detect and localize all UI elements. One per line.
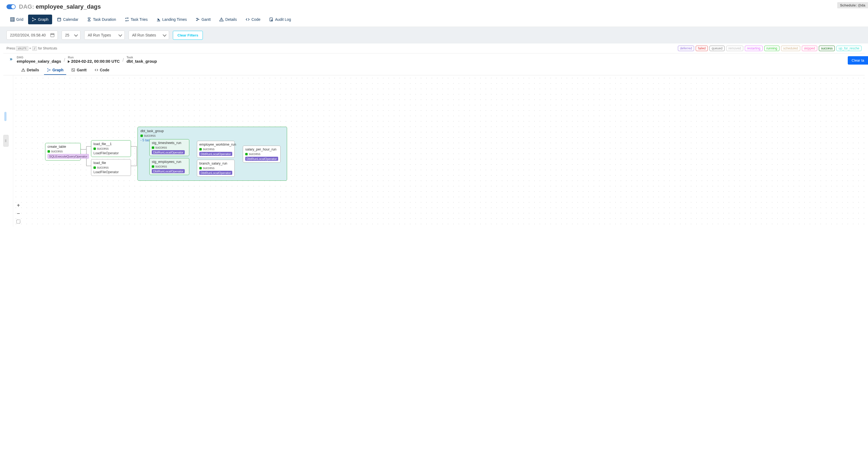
svg-line-28	[48, 70, 50, 71]
node-status: success	[152, 146, 187, 149]
detail-tab-details[interactable]: Details	[19, 66, 42, 75]
detail-tab-graph[interactable]: Graph	[44, 66, 66, 75]
dag-enabled-toggle[interactable]	[6, 4, 16, 9]
svg-rect-0	[10, 18, 14, 21]
svg-line-9	[33, 20, 35, 21]
run-date-picker[interactable]: 22/02/2024, 09.58.40	[6, 31, 58, 40]
detail-tab-code[interactable]: Code	[92, 66, 112, 75]
status-indicator	[199, 148, 202, 151]
graph-canvas[interactable]: dbt_task_group success - 5 tasks create_…	[13, 75, 865, 227]
code-icon	[94, 68, 99, 72]
node-status: success	[93, 147, 129, 151]
sidebar-collapse-tab[interactable]	[4, 112, 6, 121]
run-states-value: All Run States	[132, 33, 156, 37]
schedule-badge[interactable]: Schedule: @da	[837, 2, 868, 8]
operator-badge: DbtRunLocalOperator	[152, 150, 185, 154]
svg-rect-10	[58, 18, 61, 21]
legend-item-skipped[interactable]: skipped	[802, 45, 817, 51]
tab-audit-log[interactable]: Audit Log	[265, 14, 294, 24]
svg-rect-29	[72, 69, 75, 71]
breadcrumb-task[interactable]: Task dbt_task_group	[126, 56, 157, 63]
node-salary-per-hour[interactable]: salary_per_hour_run success DbtRunLocalO…	[243, 146, 281, 163]
tab-details[interactable]: Details	[216, 14, 241, 24]
node-load-file[interactable]: load_file success LoadFileOperator	[91, 159, 131, 176]
shortcuts-legend-row: Press shift + / for Shortcuts deferredfa…	[0, 43, 868, 53]
legend-item-removed[interactable]: removed	[726, 45, 743, 51]
bc-dag-label: DAG	[17, 56, 61, 59]
clear-task-button[interactable]: Clear ta	[848, 56, 868, 65]
run-states-select[interactable]: All Run States	[129, 31, 169, 40]
status-indicator	[93, 148, 96, 150]
zoom-controls: + −	[15, 203, 22, 224]
legend-item-restarting[interactable]: restarting	[745, 45, 763, 51]
node-title: branch_salary_run	[199, 161, 232, 165]
status-text: success	[97, 147, 108, 151]
zoom-in-button[interactable]: +	[15, 203, 22, 208]
plus-text: +	[29, 47, 31, 50]
breadcrumb-sep: /	[122, 57, 124, 63]
tab-calendar[interactable]: Calendar	[53, 14, 82, 24]
tab-graph[interactable]: Graph	[28, 14, 52, 24]
tab-label: Details	[225, 17, 237, 22]
status-indicator	[199, 167, 202, 170]
tab-task-duration[interactable]: Task Duration	[83, 14, 120, 24]
count-value: 25	[65, 33, 69, 37]
sidebar-resize-handle[interactable]	[3, 135, 9, 147]
bc-task-value: dbt_task_group	[126, 59, 157, 63]
legend-item-running[interactable]: running	[764, 45, 779, 51]
filter-bar: 22/02/2024, 09.58.40 25 All Run Types Al…	[0, 27, 868, 43]
code-icon	[246, 17, 250, 22]
legend-item-scheduled[interactable]: scheduled	[781, 45, 800, 51]
fit-screen-button[interactable]	[15, 219, 22, 224]
node-title: load_file	[93, 161, 129, 165]
grid-icon	[10, 17, 14, 22]
edge	[131, 165, 137, 166]
node-status: success	[199, 147, 232, 151]
node-title: salary_per_hour_run	[245, 148, 278, 151]
breadcrumb-run[interactable]: Run 2024-02-22, 00:00:00 UTC	[68, 56, 120, 63]
tab-code[interactable]: Code	[242, 14, 264, 24]
node-status: success	[48, 149, 78, 153]
node-title: load_file__1	[93, 142, 129, 146]
zoom-out-button[interactable]: −	[15, 211, 22, 216]
legend-item-deferred[interactable]: deferred	[678, 45, 694, 51]
node-employee-worktime[interactable]: employee_worktime_run success DbtRunLoca…	[197, 141, 235, 158]
detail-tab-gantt[interactable]: Gantt	[68, 66, 89, 75]
node-status: success	[245, 152, 278, 156]
status-text: success	[203, 166, 214, 170]
node-branch-salary[interactable]: branch_salary_run success DbtRunLocalOpe…	[197, 160, 235, 177]
legend-item-failed[interactable]: failed	[696, 45, 708, 51]
date-value: 22/02/2024, 09.58.40	[10, 33, 45, 37]
fullscreen-icon	[17, 220, 20, 223]
legend-item-up_for_resche[interactable]: up_for_resche	[836, 45, 862, 51]
clear-filters-button[interactable]: Clear Filters	[173, 31, 203, 40]
main-tabs: Grid Graph Calendar Task Duration Task T…	[0, 12, 868, 27]
status-indicator	[245, 153, 248, 155]
run-count-select[interactable]: 25	[62, 31, 81, 40]
breadcrumb-dag[interactable]: DAG employee_salary_dags	[17, 56, 61, 63]
status-indicator	[152, 147, 154, 149]
tab-label: Graph	[38, 17, 48, 22]
tab-gantt[interactable]: Gantt	[192, 14, 214, 24]
tab-landing-times[interactable]: Landing Times	[153, 14, 191, 24]
node-load-file-1[interactable]: load_file__1 success LoadFileOperator	[91, 140, 131, 157]
node-stg-employees[interactable]: stg_employees_run success DbtRunLocalOpe…	[149, 158, 189, 175]
edge	[81, 149, 87, 150]
run-types-select[interactable]: All Run Types	[84, 31, 125, 40]
tab-label: Gantt	[202, 17, 211, 22]
legend-item-queued[interactable]: queued	[710, 45, 724, 51]
bc-task-label: Task	[126, 56, 157, 59]
tab-label: Task Duration	[93, 17, 116, 22]
tab-grid[interactable]: Grid	[6, 14, 27, 24]
svg-point-19	[221, 20, 222, 21]
legend-item-success[interactable]: success	[819, 45, 835, 51]
node-status: success	[152, 164, 187, 168]
tab-task-tries[interactable]: Task Tries	[121, 14, 152, 24]
operator-badge: DbtRunLocalOperator	[199, 171, 232, 175]
expand-icon[interactable]: »	[10, 56, 12, 62]
node-create-table[interactable]: create_table success SQLExecuteQueryOper…	[45, 143, 81, 160]
node-stg-timesheets[interactable]: stg_timesheets_run success DbtRunLocalOp…	[149, 139, 189, 156]
gantt-icon	[71, 68, 75, 72]
group-status: success	[141, 134, 284, 137]
warning-icon	[219, 17, 224, 22]
